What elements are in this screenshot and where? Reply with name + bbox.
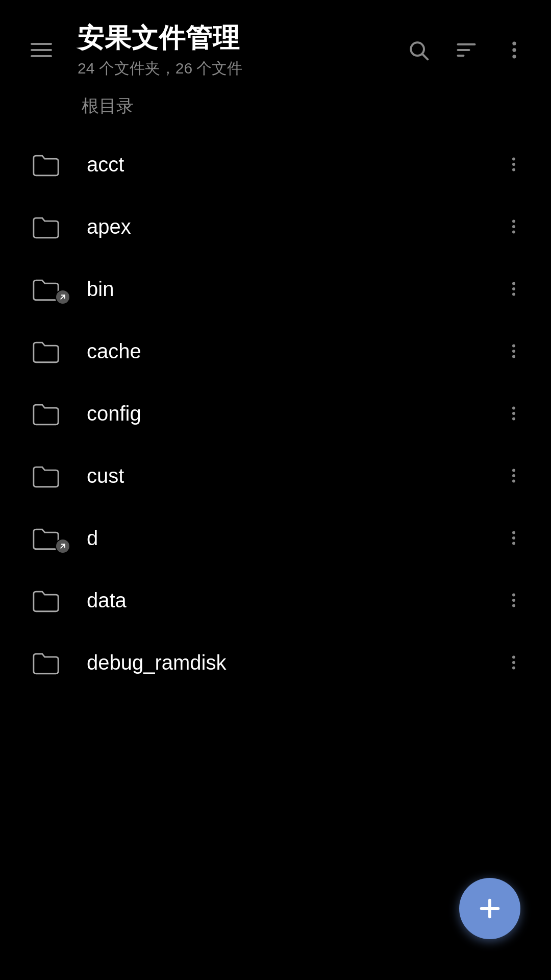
svg-point-20	[512, 407, 515, 410]
svg-point-24	[512, 474, 515, 477]
svg-point-8	[512, 158, 515, 161]
list-item[interactable]: cache	[0, 320, 551, 382]
list-item[interactable]: acct	[0, 133, 551, 195]
list-item[interactable]: apex	[0, 195, 551, 258]
file-more-button[interactable]	[497, 521, 531, 555]
header-actions	[402, 34, 531, 66]
list-item[interactable]: debug_ramdisk	[0, 631, 551, 694]
folder-icon-wrap	[20, 525, 71, 551]
folder-icon-wrap	[20, 650, 71, 675]
folder-icon	[31, 587, 61, 613]
file-more-button[interactable]	[497, 272, 531, 306]
sort-button[interactable]	[450, 34, 483, 66]
folder-icon	[31, 463, 61, 488]
sort-icon	[455, 39, 478, 61]
search-button[interactable]	[402, 34, 435, 66]
menu-button[interactable]	[20, 33, 62, 67]
svg-point-33	[512, 661, 515, 664]
list-item[interactable]: d	[0, 507, 551, 569]
file-name: data	[87, 589, 497, 612]
file-name: cache	[87, 340, 497, 363]
folder-icon	[31, 152, 61, 177]
folder-icon-wrap	[20, 338, 71, 364]
symlink-badge	[55, 289, 70, 305]
folder-icon-wrap	[20, 276, 71, 302]
svg-point-18	[512, 350, 515, 353]
svg-point-25	[512, 480, 515, 483]
svg-point-30	[512, 599, 515, 602]
more-vertical-icon	[505, 217, 523, 236]
add-icon	[475, 894, 504, 923]
header-title-block: 安果文件管理 24 个文件夹，26 个文件	[78, 20, 242, 79]
add-button[interactable]	[459, 878, 520, 939]
file-more-button[interactable]	[497, 148, 531, 181]
svg-point-12	[512, 225, 515, 228]
svg-point-23	[512, 469, 515, 472]
file-more-button[interactable]	[497, 334, 531, 368]
more-vertical-icon	[503, 39, 525, 61]
more-vertical-icon	[505, 653, 523, 672]
app-title: 安果文件管理	[78, 20, 242, 56]
svg-point-31	[512, 604, 515, 607]
svg-point-9	[512, 163, 515, 166]
file-list: acctapexbincacheconfigcustddatadebug_ram…	[0, 133, 551, 694]
file-more-button[interactable]	[497, 583, 531, 617]
folder-icon	[31, 401, 61, 426]
file-name: acct	[87, 153, 497, 176]
svg-point-17	[512, 345, 515, 348]
list-item[interactable]: cust	[0, 445, 551, 507]
header-left: 安果文件管理 24 个文件夹，26 个文件	[20, 20, 242, 79]
svg-point-19	[512, 355, 515, 358]
folder-icon	[31, 338, 61, 364]
svg-point-26	[512, 531, 515, 534]
folder-icon	[31, 214, 61, 239]
search-icon	[407, 39, 430, 61]
breadcrumb: 根目录	[0, 89, 551, 133]
svg-point-10	[512, 168, 515, 172]
svg-point-13	[512, 231, 515, 234]
more-vertical-icon	[505, 591, 523, 609]
file-name: bin	[87, 278, 497, 301]
file-name: d	[87, 527, 497, 550]
folder-icon	[31, 650, 61, 675]
svg-point-22	[512, 418, 515, 421]
symlink-arrow-icon	[58, 542, 67, 551]
svg-point-15	[512, 287, 515, 290]
file-more-button[interactable]	[497, 397, 531, 430]
folder-icon-wrap	[20, 152, 71, 177]
list-item[interactable]: bin	[0, 258, 551, 320]
folder-icon-wrap	[20, 587, 71, 613]
list-item[interactable]: data	[0, 569, 551, 631]
file-more-button[interactable]	[497, 459, 531, 493]
more-vertical-icon	[505, 404, 523, 423]
file-more-button[interactable]	[497, 210, 531, 243]
svg-point-28	[512, 542, 515, 545]
overflow-menu-button[interactable]	[498, 34, 531, 66]
file-name: debug_ramdisk	[87, 651, 497, 674]
symlink-badge	[55, 538, 70, 554]
svg-point-7	[512, 55, 516, 58]
svg-point-11	[512, 220, 515, 223]
file-more-button[interactable]	[497, 646, 531, 679]
svg-point-16	[512, 293, 515, 296]
svg-line-1	[422, 54, 428, 59]
breadcrumb-text: 根目录	[82, 96, 134, 115]
file-name: cust	[87, 464, 497, 487]
more-vertical-icon	[505, 155, 523, 174]
svg-point-29	[512, 594, 515, 597]
list-item[interactable]: config	[0, 382, 551, 445]
app-subtitle: 24 个文件夹，26 个文件	[78, 58, 242, 79]
svg-point-27	[512, 536, 515, 540]
svg-point-5	[512, 41, 516, 45]
symlink-arrow-icon	[58, 292, 67, 302]
svg-point-14	[512, 282, 515, 285]
file-name: apex	[87, 215, 497, 238]
file-name: config	[87, 402, 497, 425]
more-vertical-icon	[505, 529, 523, 547]
header: 安果文件管理 24 个文件夹，26 个文件	[0, 0, 551, 89]
svg-point-32	[512, 656, 515, 659]
folder-icon-wrap	[20, 214, 71, 239]
svg-point-6	[512, 48, 516, 52]
folder-icon-wrap	[20, 463, 71, 488]
hamburger-icon	[26, 38, 57, 62]
